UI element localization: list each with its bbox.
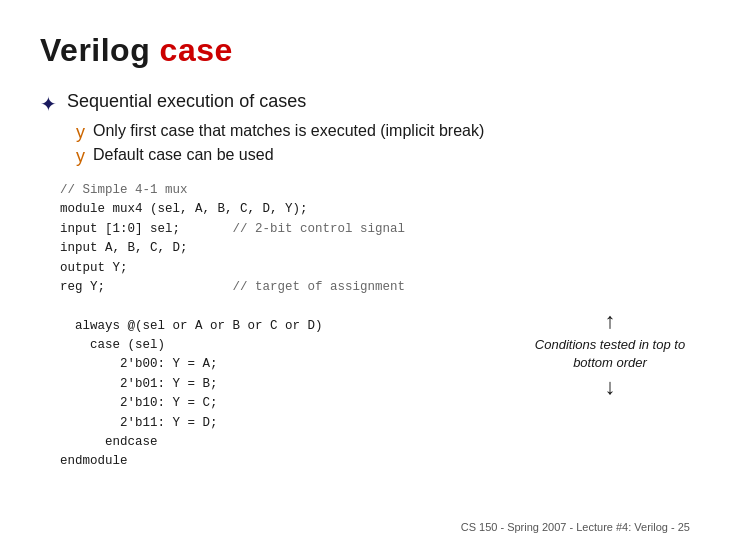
code-line-14: endmodule (60, 452, 690, 471)
slide: Verilog case ✦ Sequential execution of c… (0, 0, 730, 547)
star-icon: ✦ (40, 92, 57, 116)
sub-bullet-2: y Default case can be used (76, 146, 690, 167)
slide-footer: CS 150 - Spring 2007 - Lecture #4: Veril… (461, 521, 690, 533)
main-bullet-1-text: Sequential execution of cases (67, 91, 306, 112)
code-line-13: endcase (60, 433, 690, 452)
code-line-2: module mux4 (sel, A, B, C, D, Y); (60, 200, 690, 219)
code-line-5: output Y; (60, 259, 690, 278)
title-prefix: Verilog (40, 32, 160, 68)
arrow-down-icon: ↓ (530, 376, 690, 398)
sub-bullet-2-text: Default case can be used (93, 146, 274, 164)
code-line-4: input A, B, C, D; (60, 239, 690, 258)
sub-bullet-1-text: Only first case that matches is executed… (93, 122, 484, 140)
code-line-1: // Simple 4-1 mux (60, 181, 690, 200)
code-line-12: 2'b11: Y = D; (60, 414, 690, 433)
title-keyword: case (160, 32, 233, 68)
code-line-6: reg Y; // target of assignment (60, 278, 690, 297)
arrow-up-icon: ↑ (530, 310, 690, 332)
callout-box: ↑ Conditions tested in top to bottom ord… (530, 310, 690, 398)
ydash-icon-2: y (76, 146, 85, 167)
callout-text: Conditions tested in top to bottom order (530, 336, 690, 372)
code-line-3: input [1:0] sel; // 2-bit control signal (60, 220, 690, 239)
sub-bullet-1: y Only first case that matches is execut… (76, 122, 690, 143)
main-bullet-1: ✦ Sequential execution of cases (40, 91, 690, 116)
slide-title: Verilog case (40, 32, 690, 69)
ydash-icon-1: y (76, 122, 85, 143)
